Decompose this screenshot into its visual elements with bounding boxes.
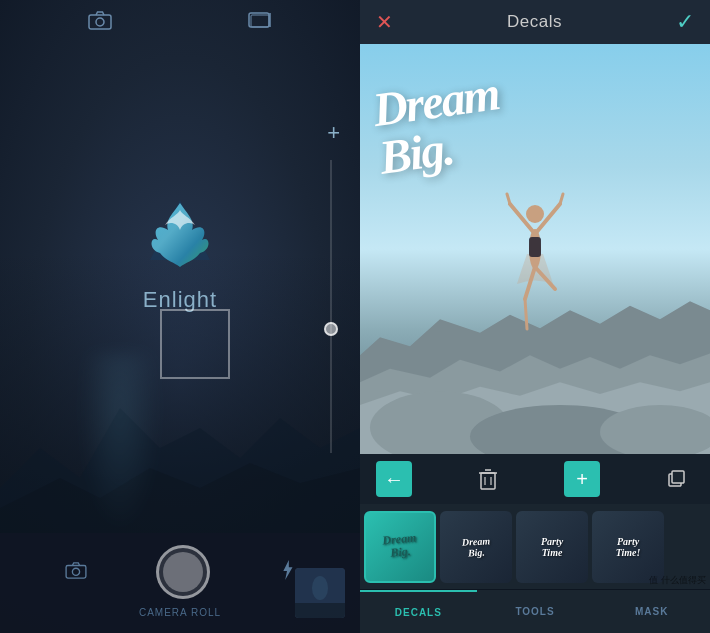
left-top-bar (0, 0, 360, 44)
right-header: ✕ Decals ✓ (360, 0, 710, 44)
svg-point-9 (312, 576, 328, 600)
tab-decals[interactable]: DECALS (360, 590, 477, 633)
decal-item-2[interactable]: DreamBig. (440, 511, 512, 583)
camera-roll-label: CAMERA ROLL (139, 607, 221, 618)
panel-title: Decals (507, 12, 562, 32)
left-center: Enlight (0, 44, 360, 533)
camera-icon[interactable] (88, 10, 112, 35)
right-panel: ✕ Decals ✓ (360, 0, 710, 633)
flash-icon[interactable] (279, 559, 295, 586)
image-canvas[interactable]: DreamBig. (360, 44, 710, 454)
watermark: 值 什么值得买 (645, 572, 710, 589)
decal-item-3[interactable]: PartyTime (516, 511, 588, 583)
tab-tools[interactable]: TOOLS (477, 590, 594, 633)
left-bottom-bar: CAMERA ROLL (0, 533, 360, 633)
add-button[interactable]: + (327, 120, 340, 146)
svg-line-22 (525, 299, 527, 329)
delete-button[interactable] (470, 461, 506, 497)
decals-tab-label: DECALS (395, 607, 442, 618)
shutter-button[interactable] (156, 545, 210, 599)
svg-rect-24 (481, 473, 495, 489)
camera-roll-thumbnail[interactable] (295, 568, 345, 618)
enlight-logo (140, 195, 220, 275)
svg-point-1 (96, 18, 104, 26)
decal-item-1[interactable]: DreamBig. (364, 511, 436, 583)
dream-big-overlay[interactable]: DreamBig. (365, 64, 705, 160)
svg-rect-3 (251, 15, 269, 27)
svg-line-18 (507, 194, 510, 204)
svg-rect-10 (295, 603, 345, 618)
svg-point-15 (526, 205, 544, 223)
gallery-icon[interactable] (248, 10, 272, 35)
svg-line-19 (560, 194, 563, 204)
selection-box (160, 309, 230, 379)
svg-rect-30 (672, 471, 684, 483)
svg-rect-0 (89, 15, 111, 29)
camera-bottom-icon[interactable] (65, 561, 87, 584)
left-panel: Enlight + CAME (0, 0, 360, 633)
bottom-tabs: DECALS TOOLS MASK (360, 589, 710, 633)
confirm-button[interactable]: ✓ (676, 9, 694, 35)
vertical-slider[interactable] (330, 160, 332, 453)
ballet-dancer-svg (505, 159, 565, 339)
svg-rect-6 (66, 565, 86, 578)
mask-tab-label: MASK (635, 606, 668, 617)
svg-rect-23 (529, 237, 541, 257)
shutter-inner (163, 552, 203, 592)
tab-mask[interactable]: MASK (593, 590, 710, 633)
tools-tab-label: TOOLS (515, 606, 554, 617)
svg-point-7 (72, 568, 79, 575)
slider-knob[interactable] (324, 322, 338, 336)
decal-toolbar: ← + (360, 454, 710, 504)
duplicate-button[interactable] (658, 461, 694, 497)
add-decal-button[interactable]: + (564, 461, 600, 497)
close-button[interactable]: ✕ (376, 10, 393, 34)
back-button[interactable]: ← (376, 461, 412, 497)
